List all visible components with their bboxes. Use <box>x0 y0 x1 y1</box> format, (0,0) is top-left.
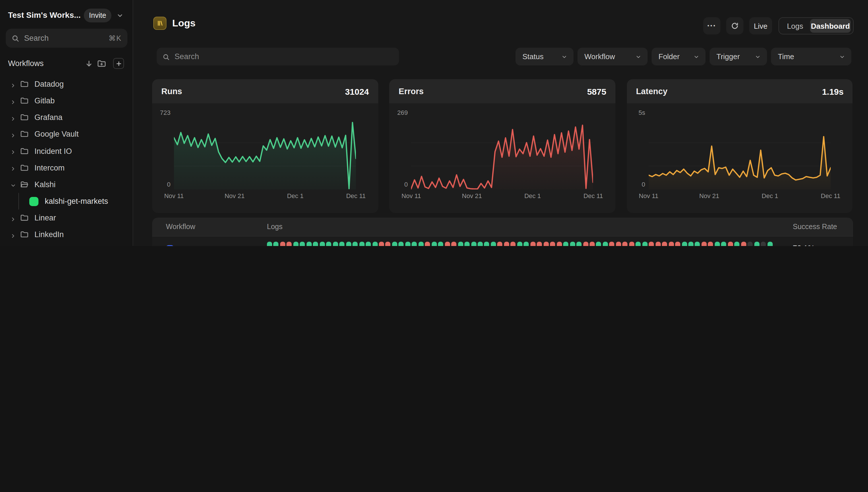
log-bar[interactable] <box>669 242 674 246</box>
log-bar[interactable] <box>280 242 285 246</box>
sidebar-search-input[interactable]: Search ⌘K <box>6 29 127 48</box>
log-bar[interactable] <box>583 242 588 246</box>
log-bar[interactable] <box>675 242 680 246</box>
log-bar[interactable] <box>543 242 548 246</box>
log-bar[interactable] <box>642 242 647 246</box>
log-bar[interactable] <box>405 242 411 246</box>
log-bar[interactable] <box>728 242 733 246</box>
log-bar[interactable] <box>695 242 700 246</box>
new-folder-icon[interactable] <box>97 59 106 68</box>
sidebar-folder-kalshi[interactable]: Kalshi <box>0 176 133 193</box>
sidebar-folder-linear[interactable]: Linear <box>0 210 133 226</box>
sort-arrow-down-icon[interactable] <box>84 59 94 68</box>
log-bar[interactable] <box>497 242 503 246</box>
log-bar[interactable] <box>399 242 404 246</box>
log-bar[interactable] <box>504 242 509 246</box>
sidebar-folder-mailchimp[interactable]: Mailchimp <box>0 243 133 246</box>
log-bar[interactable] <box>274 242 279 246</box>
log-bar[interactable] <box>431 242 437 246</box>
log-bar[interactable] <box>379 242 384 246</box>
log-bar[interactable] <box>326 242 331 246</box>
filter-workflow[interactable]: Workflow <box>577 48 648 66</box>
log-bar[interactable] <box>623 242 628 246</box>
log-bar[interactable] <box>287 242 292 246</box>
log-bar[interactable] <box>333 242 338 246</box>
log-bar[interactable] <box>425 242 430 246</box>
invite-button[interactable]: Invite <box>84 8 111 22</box>
sidebar-workflow-item[interactable]: kalshi-get-markets <box>0 193 133 210</box>
log-bar[interactable] <box>313 242 318 246</box>
log-bar[interactable] <box>682 242 687 246</box>
add-workflow-button[interactable] <box>113 58 124 69</box>
log-bar[interactable] <box>359 242 364 246</box>
log-bar[interactable] <box>306 242 312 246</box>
log-bar[interactable] <box>636 242 641 246</box>
log-bar[interactable] <box>438 242 443 246</box>
log-bar[interactable] <box>366 242 371 246</box>
logs-search-input[interactable]: Search <box>157 48 399 66</box>
filter-folder[interactable]: Folder <box>651 48 705 66</box>
table-row[interactable]: exa-answer73.1% <box>152 237 853 246</box>
filter-time[interactable]: Time <box>771 48 851 66</box>
sidebar-folder-gitlab[interactable]: Gitlab <box>0 93 133 109</box>
log-bar[interactable] <box>596 242 601 246</box>
log-bar[interactable] <box>747 242 752 246</box>
filter-trigger[interactable]: Trigger <box>710 48 767 66</box>
log-bar[interactable] <box>346 242 351 246</box>
log-bar[interactable] <box>550 242 555 246</box>
log-bar[interactable] <box>537 242 542 246</box>
sidebar-folder-grafana[interactable]: Grafana <box>0 109 133 126</box>
sidebar-folder-intercom[interactable]: Intercom <box>0 159 133 176</box>
log-bar[interactable] <box>761 242 766 246</box>
log-bar[interactable] <box>511 242 516 246</box>
filter-status[interactable]: Status <box>516 48 573 66</box>
log-bar[interactable] <box>392 242 397 246</box>
log-bar[interactable] <box>616 242 621 246</box>
log-bar[interactable] <box>293 242 299 246</box>
sidebar-folder-linkedin[interactable]: LinkedIn <box>0 226 133 243</box>
workspace-name[interactable]: Test Sim's Works... <box>8 10 81 20</box>
log-bar[interactable] <box>688 242 693 246</box>
log-bar[interactable] <box>721 242 726 246</box>
log-bar[interactable] <box>412 242 417 246</box>
log-bar[interactable] <box>478 242 483 246</box>
log-bar[interactable] <box>576 242 581 246</box>
log-bar[interactable] <box>465 242 470 246</box>
log-bar[interactable] <box>267 242 272 246</box>
log-bar[interactable] <box>300 242 305 246</box>
live-button[interactable]: Live <box>749 17 772 34</box>
log-bar[interactable] <box>372 242 377 246</box>
log-bar[interactable] <box>715 242 720 246</box>
log-bar[interactable] <box>484 242 489 246</box>
log-bar[interactable] <box>458 242 463 246</box>
tab-dashboard[interactable]: Dashboard <box>810 19 851 33</box>
log-bar[interactable] <box>386 242 391 246</box>
sidebar-folder-google-vault[interactable]: Google Vault <box>0 126 133 143</box>
log-bar[interactable] <box>491 242 496 246</box>
log-bar[interactable] <box>445 242 450 246</box>
log-bar[interactable] <box>662 242 667 246</box>
log-bar[interactable] <box>530 242 536 246</box>
log-bar[interactable] <box>649 242 654 246</box>
log-bar[interactable] <box>590 242 595 246</box>
log-bar[interactable] <box>320 242 325 246</box>
log-bar[interactable] <box>754 242 759 246</box>
tab-logs[interactable]: Logs <box>780 19 810 33</box>
more-options-button[interactable]: ••• <box>703 17 720 34</box>
log-bar[interactable] <box>524 242 529 246</box>
log-bar[interactable] <box>570 242 575 246</box>
log-bar[interactable] <box>655 242 661 246</box>
log-bar[interactable] <box>741 242 746 246</box>
log-bar[interactable] <box>708 242 713 246</box>
log-bar[interactable] <box>352 242 358 246</box>
refresh-button[interactable] <box>726 17 743 34</box>
log-bar[interactable] <box>610 242 615 246</box>
log-bar[interactable] <box>419 242 424 246</box>
log-bar[interactable] <box>767 242 772 246</box>
log-bar[interactable] <box>603 242 608 246</box>
log-bar[interactable] <box>339 242 344 246</box>
log-bar[interactable] <box>517 242 522 246</box>
log-bar[interactable] <box>629 242 634 246</box>
sidebar-folder-incident-io[interactable]: Incident IO <box>0 143 133 159</box>
log-bar[interactable] <box>451 242 456 246</box>
